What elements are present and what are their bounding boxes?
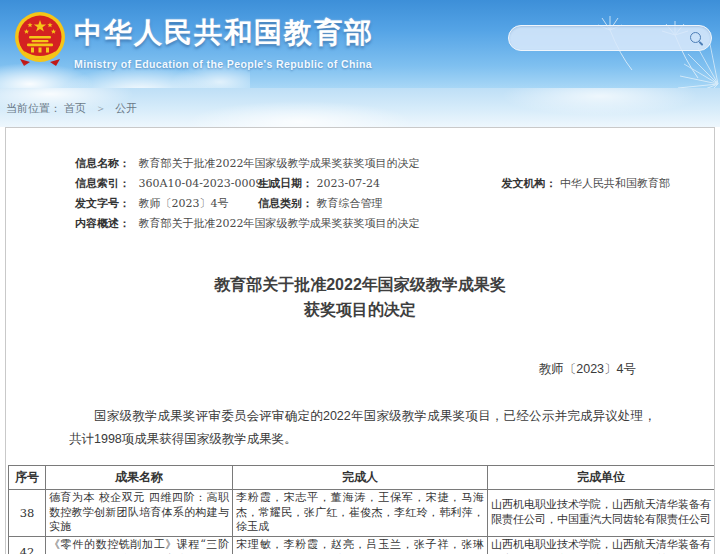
breadcrumb-band: 当前位置： 首页 ＞ 公开 [0, 88, 720, 127]
national-emblem-icon [14, 11, 66, 67]
site-header: 中华人民共和国教育部 Ministry of Education of the … [0, 0, 720, 88]
content-panel: 信息名称： 教育部关于批准2022年国家级教学成果奖获奖项目的决定 信息索引： … [5, 127, 715, 554]
site-identity: 中华人民共和国教育部 Ministry of Education of the … [74, 14, 374, 70]
cell-people: 宋理敏，李粉霞，赵亮，吕玉兰，张子祥，张琳琳，孟晓华，周强，宋燕林 [233, 536, 488, 554]
site-subtitle-en: Ministry of Education of the People's Re… [74, 58, 374, 70]
cell-row-number: 42 [9, 536, 46, 554]
moe-gov-webpage: 中华人民共和国教育部 Ministry of Education of the … [0, 0, 720, 554]
document-number: 教师〔2023〕4号 [6, 361, 714, 378]
search-box[interactable] [508, 25, 712, 51]
info-category-value: 教育综合管理 [317, 197, 383, 210]
info-row-docnum-category: 发文字号： 教师〔2023〕4号 信息类别： 教育综合管理 [75, 194, 714, 214]
info-agency-label: 发文机构： [502, 174, 557, 194]
info-docnum-value: 教师〔2023〕4号 [139, 194, 255, 214]
breadcrumb-item-home[interactable]: 首页 [64, 102, 86, 114]
info-agency-value: 中华人民共和国教育部 [560, 177, 670, 190]
table-row: 42 《零件的数控铣削加工》课程“三阶二化五融合”教学改革与实践 宋理敏，李粉霞… [9, 536, 715, 554]
column-header-people: 完成人 [233, 466, 488, 490]
breadcrumb-location-label: 当前位置： [6, 102, 61, 114]
info-date-value: 2023-07-24 [317, 174, 437, 194]
cell-row-number: 38 [9, 490, 46, 537]
breadcrumb-separator: ＞ [95, 102, 106, 114]
info-docnum-label: 发文字号： [75, 194, 135, 214]
cell-achievement-name: 德育为本 校企双元 四维四阶：高职数控教学创新团队培育体系的构建与实施 [46, 490, 233, 537]
table-row: 38 德育为本 校企双元 四维四阶：高职数控教学创新团队培育体系的构建与实施 李… [9, 490, 715, 537]
cell-people: 李粉霞，宋志平，董海涛，王保军，宋捷，马海杰，常耀民，张广红，崔俊杰，李红玲，韩… [233, 490, 488, 537]
info-summary-label: 内容概述： [75, 214, 135, 234]
info-date-label: 生成日期： [258, 174, 313, 194]
info-name-value: 教育部关于批准2022年国家级教学成果奖获奖项目的决定 [139, 157, 420, 170]
column-header-achievement: 成果名称 [46, 466, 233, 490]
document-title: 教育部关于批准2022年国家级教学成果奖 获奖项目的决定 [6, 272, 714, 322]
search-icon[interactable] [690, 32, 703, 45]
column-header-no: 序号 [9, 466, 46, 490]
info-row-index-date-agency: 信息索引： 360A10-04-2023-0009-1 生成日期： 2023-0… [75, 174, 714, 194]
table-header-row: 序号 成果名称 完成人 完成单位 [9, 466, 715, 490]
document-paragraph: 国家级教学成果奖评审委员会评审确定的2022年国家级教学成果奖项目，已经公示并完… [69, 405, 656, 450]
document-info-block: 信息名称： 教育部关于批准2022年国家级教学成果奖获奖项目的决定 信息索引： … [6, 128, 714, 234]
search-input[interactable] [521, 28, 690, 48]
cell-org: 山西机电职业技术学院，山西航天清华装备有限责任公司，安徽三维天下科技股份公司 [488, 536, 715, 554]
column-header-org: 完成单位 [488, 466, 715, 490]
cell-org: 山西机电职业技术学院，山西航天清华装备有限责任公司，中国重汽大同齿轮有限责任公司 [488, 490, 715, 537]
breadcrumb-item-public[interactable]: 公开 [115, 102, 137, 114]
info-index-label: 信息索引： [75, 174, 135, 194]
info-row-name: 信息名称： 教育部关于批准2022年国家级教学成果奖获奖项目的决定 [75, 154, 714, 174]
document-title-line1: 教育部关于批准2022年国家级教学成果奖 [6, 272, 714, 297]
info-summary-value: 教育部关于批准2022年国家级教学成果奖获奖项目的决定 [139, 217, 420, 230]
cell-achievement-name: 《零件的数控铣削加工》课程“三阶二化五融合”教学改革与实践 [46, 536, 233, 554]
site-title: 中华人民共和国教育部 [74, 14, 374, 52]
info-row-summary: 内容概述： 教育部关于批准2022年国家级教学成果奖获奖项目的决定 [75, 214, 714, 234]
info-index-value: 360A10-04-2023-0009-1 [139, 174, 255, 194]
info-name-label: 信息名称： [75, 154, 135, 174]
breadcrumb: 当前位置： 首页 ＞ 公开 [6, 101, 137, 116]
document-title-line2: 获奖项目的决定 [6, 297, 714, 322]
award-results-table: 序号 成果名称 完成人 完成单位 38 德育为本 校企双元 四维四阶：高职数控教… [8, 465, 715, 554]
info-category-label: 信息类别： [258, 194, 313, 214]
